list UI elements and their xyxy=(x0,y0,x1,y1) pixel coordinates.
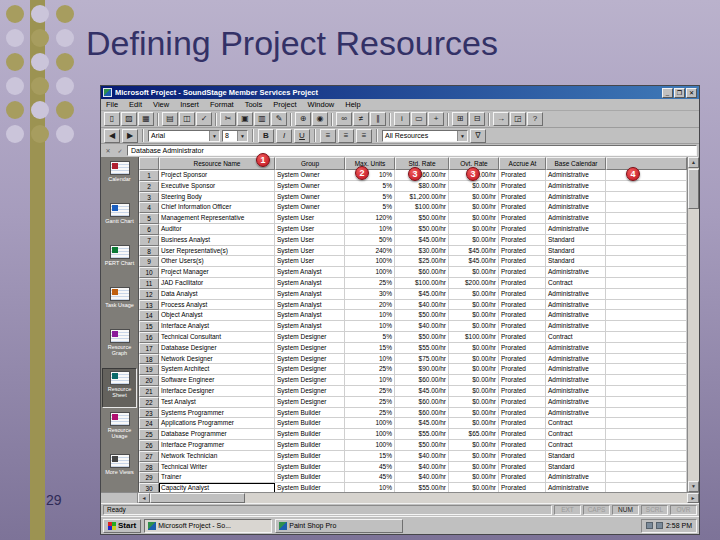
display-icon[interactable] xyxy=(656,522,663,529)
cell[interactable]: Prorated xyxy=(499,354,546,365)
row-number[interactable]: 23 xyxy=(139,408,159,419)
cell[interactable]: System Designer xyxy=(275,343,345,354)
cell[interactable]: 100% xyxy=(345,440,395,451)
cell[interactable]: Prorated xyxy=(499,289,546,300)
row-number[interactable]: 22 xyxy=(139,397,159,408)
cell[interactable]: 50% xyxy=(345,235,395,246)
cell[interactable]: Technical Consultant xyxy=(159,332,275,343)
cell[interactable]: System Builder xyxy=(275,451,345,462)
scroll-down-icon[interactable]: ▼ xyxy=(688,481,699,492)
cell[interactable]: Prorated xyxy=(499,202,546,213)
cell[interactable]: System User xyxy=(275,213,345,224)
cell[interactable]: Prorated xyxy=(499,397,546,408)
cell[interactable]: Object Analyst xyxy=(159,310,275,321)
cell[interactable]: $0.00/hr xyxy=(449,397,499,408)
cell[interactable]: 5% xyxy=(345,181,395,192)
cell[interactable]: Prorated xyxy=(499,267,546,278)
cell[interactable]: Prorated xyxy=(499,440,546,451)
row-number[interactable]: 30 xyxy=(139,483,159,492)
cell[interactable]: Administrative xyxy=(546,202,606,213)
row-number[interactable]: 5 xyxy=(139,213,159,224)
cell[interactable]: Trainer xyxy=(159,472,275,483)
cell[interactable]: Prorated xyxy=(499,364,546,375)
row-number[interactable]: 17 xyxy=(139,343,159,354)
window-titlebar[interactable]: Microsoft Project - SoundStage Member Se… xyxy=(101,86,699,99)
select-all-corner[interactable] xyxy=(139,157,159,170)
align-left-icon[interactable]: ≡ xyxy=(320,129,336,143)
copy-picture-icon[interactable]: ◲ xyxy=(510,112,526,126)
cell[interactable]: Administrative xyxy=(546,267,606,278)
cell[interactable]: 5% xyxy=(345,202,395,213)
cell[interactable]: 10% xyxy=(345,354,395,365)
underline-button[interactable]: U xyxy=(294,129,310,143)
cell[interactable]: $75.00/hr xyxy=(395,354,449,365)
cell[interactable]: Standard xyxy=(546,451,606,462)
cell[interactable]: User Representative(s) xyxy=(159,246,275,257)
cell[interactable]: $45.00/hr xyxy=(449,246,499,257)
cell[interactable]: Administrative xyxy=(546,397,606,408)
font-name-select[interactable]: Arial ▼ xyxy=(148,130,220,142)
cell[interactable]: $55.00/hr xyxy=(395,429,449,440)
task-information-icon[interactable]: i xyxy=(394,112,410,126)
cell[interactable]: Project Manager xyxy=(159,267,275,278)
cell[interactable]: Standard xyxy=(546,256,606,267)
cell[interactable]: Prorated xyxy=(499,332,546,343)
cell[interactable]: Administrative xyxy=(546,343,606,354)
row-number[interactable]: 15 xyxy=(139,321,159,332)
cell[interactable]: 25% xyxy=(345,278,395,289)
minimize-button[interactable]: _ xyxy=(662,88,673,98)
cell[interactable]: Administrative xyxy=(546,170,606,181)
cell[interactable]: Process Analyst xyxy=(159,300,275,311)
cell[interactable]: $0.00/hr xyxy=(449,202,499,213)
cell[interactable]: Prorated xyxy=(499,408,546,419)
cell[interactable]: $40.00/hr xyxy=(395,472,449,483)
taskbar-button[interactable]: Microsoft Project - So... xyxy=(144,519,272,533)
menu-window[interactable]: Window xyxy=(307,100,336,109)
cell[interactable]: Administrative xyxy=(546,472,606,483)
cell[interactable]: Administrative xyxy=(546,181,606,192)
menu-view[interactable]: View xyxy=(152,100,170,109)
cell[interactable]: 30% xyxy=(345,289,395,300)
unlink-tasks-icon[interactable]: ≠ xyxy=(353,112,369,126)
cell[interactable]: $0.00/hr xyxy=(449,375,499,386)
row-number[interactable]: 21 xyxy=(139,386,159,397)
cell[interactable]: 10% xyxy=(345,170,395,181)
row-number[interactable]: 3 xyxy=(139,192,159,203)
column-header[interactable]: Base Calendar xyxy=(546,157,606,170)
cell[interactable]: $100.00/hr xyxy=(395,278,449,289)
row-number[interactable]: 29 xyxy=(139,472,159,483)
cell[interactable]: System Designer xyxy=(275,397,345,408)
cell[interactable]: $60.00/hr xyxy=(395,170,449,181)
scroll-left-icon[interactable]: ◄ xyxy=(138,493,150,503)
cell[interactable]: Contract xyxy=(546,429,606,440)
cell[interactable]: System Owner xyxy=(275,192,345,203)
cell[interactable]: Contract xyxy=(546,332,606,343)
cell[interactable]: System Builder xyxy=(275,408,345,419)
cell[interactable]: System Analyst xyxy=(275,289,345,300)
column-header[interactable]: Accrue At xyxy=(499,157,546,170)
cell[interactable]: Systems Programmer xyxy=(159,408,275,419)
cell[interactable]: 5% xyxy=(345,192,395,203)
cell[interactable]: Contract xyxy=(546,278,606,289)
cell[interactable]: System Builder xyxy=(275,418,345,429)
cell[interactable]: $0.00/hr xyxy=(449,386,499,397)
print-preview-icon[interactable]: ◫ xyxy=(179,112,195,126)
taskbar-button[interactable]: Paint Shop Pro xyxy=(275,519,403,533)
cell[interactable]: Prorated xyxy=(499,310,546,321)
column-header[interactable]: Group xyxy=(275,157,345,170)
row-number[interactable]: 2 xyxy=(139,181,159,192)
cell[interactable]: Standard xyxy=(546,235,606,246)
cell[interactable]: 25% xyxy=(345,386,395,397)
cell[interactable]: 15% xyxy=(345,451,395,462)
cell[interactable]: 10% xyxy=(345,483,395,492)
cell[interactable]: System Builder xyxy=(275,472,345,483)
cell[interactable]: Administrative xyxy=(546,354,606,365)
zoom-out-icon[interactable]: ⊟ xyxy=(469,112,485,126)
row-number[interactable]: 12 xyxy=(139,289,159,300)
spelling-icon[interactable]: ✓ xyxy=(196,112,212,126)
cell[interactable]: Prorated xyxy=(499,246,546,257)
cell[interactable]: System Designer xyxy=(275,364,345,375)
cell[interactable]: System Designer xyxy=(275,386,345,397)
cell[interactable]: $100.00/hr xyxy=(449,332,499,343)
cell[interactable]: $60.00/hr xyxy=(395,408,449,419)
